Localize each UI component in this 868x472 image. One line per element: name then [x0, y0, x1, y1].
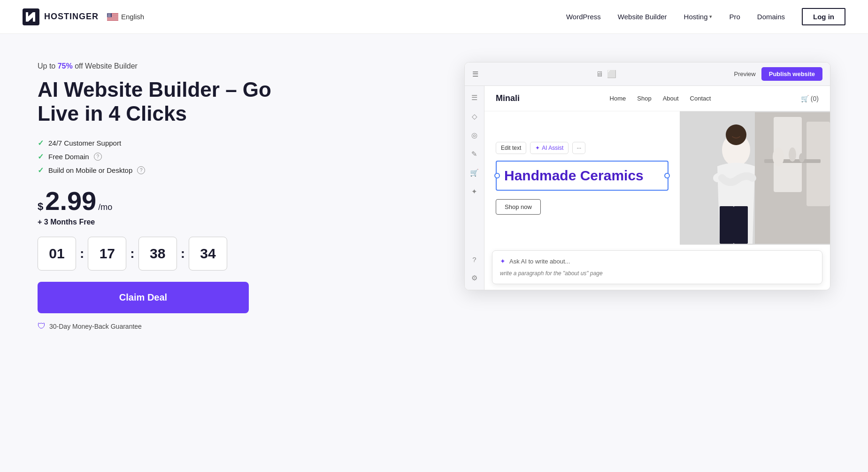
svg-rect-42	[720, 206, 734, 244]
ai-panel-input[interactable]	[500, 270, 814, 277]
sidebar-help-icon[interactable]: ?	[469, 254, 480, 264]
countdown-cs: 34	[189, 237, 227, 271]
sidebar-spark-icon[interactable]: ✦	[469, 186, 480, 197]
help-icon-mobile[interactable]: ?	[137, 166, 145, 174]
site-nav: Minali Home Shop About Contact 🛒 (0)	[484, 86, 830, 111]
topbar-left: ☰	[472, 70, 478, 78]
nav-links: WordPress Website Builder Hosting ▾ Pro …	[566, 8, 845, 25]
shop-now-button[interactable]: Shop now	[496, 199, 541, 215]
feature-domain: ✓ Free Domain ?	[38, 152, 282, 161]
svg-point-21	[109, 15, 110, 15]
svg-point-26	[110, 15, 110, 16]
svg-point-24	[108, 15, 109, 16]
svg-point-11	[109, 13, 109, 14]
sidebar-circle-icon[interactable]: ◎	[469, 130, 480, 140]
svg-point-13	[110, 13, 111, 14]
ai-assist-button[interactable]: ✦ AI Assist	[530, 142, 568, 154]
svg-rect-6	[107, 18, 118, 19]
sidebar-edit-icon[interactable]: ✎	[469, 149, 480, 159]
countdown-sep-1: :	[80, 247, 84, 260]
sidebar-gear-icon[interactable]: ⚙	[469, 273, 480, 283]
guarantee-text: 30-Day Money-Back Guarantee	[49, 323, 142, 330]
nav-website-builder[interactable]: Website Builder	[618, 13, 667, 21]
site-hero-title: Handmade Ceramics	[504, 167, 660, 184]
countdown-timer: 01 : 17 : 38 : 34	[38, 237, 282, 271]
publish-button[interactable]: Publish website	[761, 67, 822, 81]
ai-spark-inline: ✦	[535, 145, 540, 151]
hamburger-icon[interactable]: ☰	[472, 70, 478, 78]
logo-text: HOSTINGER	[44, 12, 99, 22]
price-free: + 3 Months Free	[38, 218, 282, 226]
hero-text-selected[interactable]: Handmade Ceramics	[496, 161, 668, 191]
svg-point-25	[109, 15, 110, 16]
site-logo: Minali	[496, 93, 520, 103]
site-nav-links: Home Shop About Contact	[610, 95, 711, 102]
hero-right: ☰ 🖥 ⬜ Preview Publish website ☰ ◇ ◎	[464, 62, 830, 290]
sidebar-cart-icon[interactable]: 🛒	[469, 168, 480, 178]
svg-point-30	[109, 16, 110, 16]
svg-rect-7	[107, 19, 118, 20]
countdown-sep-2: :	[130, 247, 134, 260]
countdown-seconds: 38	[138, 237, 177, 271]
site-nav-about[interactable]: About	[663, 95, 679, 102]
guarantee: 🛡 30-Day Money-Back Guarantee	[38, 322, 282, 331]
monitor-icon[interactable]: 🖥	[596, 70, 603, 78]
topbar-center: 🖥 ⬜	[596, 70, 616, 78]
svg-point-16	[109, 14, 110, 15]
svg-point-31	[110, 16, 111, 16]
sidebar-menu-icon[interactable]: ☰	[469, 93, 480, 103]
ai-panel-header: ✦ Ask AI to write about...	[500, 257, 814, 265]
more-options-button[interactable]: ···	[572, 142, 585, 154]
site-hero-image	[680, 111, 830, 245]
topbar-right: Preview Publish website	[734, 67, 823, 81]
check-icon-3: ✓	[38, 166, 44, 175]
price-dollar: $	[38, 201, 43, 213]
site-hero: Edit text ✦ AI Assist ··· Handmade Ceram…	[484, 111, 830, 245]
ai-panel-spark-icon: ✦	[500, 257, 506, 265]
svg-rect-35	[807, 122, 830, 206]
hero-title: AI Website Builder – Go Live in 4 Clicks	[38, 78, 282, 125]
claim-deal-button[interactable]: Claim Deal	[38, 282, 249, 313]
svg-point-15	[108, 14, 109, 15]
language-selector[interactable]: English	[107, 13, 144, 21]
nav-wordpress[interactable]: WordPress	[566, 13, 601, 21]
svg-point-37	[773, 147, 784, 166]
svg-point-41	[726, 124, 746, 145]
ai-panel-title: Ask AI to write about...	[509, 258, 570, 265]
price-main: 2.99	[45, 188, 96, 214]
features-list: ✓ 24/7 Customer Support ✓ Free Domain ? …	[38, 139, 282, 175]
tablet-icon[interactable]: ⬜	[607, 70, 616, 78]
svg-point-9	[108, 13, 108, 14]
price-block: $ 2.99 /mo	[38, 188, 282, 214]
site-nav-contact[interactable]: Contact	[690, 95, 711, 102]
svg-point-20	[109, 15, 109, 15]
svg-point-19	[108, 15, 108, 15]
edit-text-button[interactable]: Edit text	[496, 142, 526, 154]
hero-section: Up to 75% off Website Builder AI Website…	[0, 34, 868, 350]
hosting-chevron: ▾	[709, 14, 712, 20]
edit-toolbar: Edit text ✦ AI Assist ···	[496, 142, 668, 154]
help-icon-domain[interactable]: ?	[94, 153, 102, 161]
svg-point-29	[109, 16, 109, 16]
svg-point-39	[799, 153, 805, 162]
svg-rect-5	[107, 17, 118, 17]
nav-pro[interactable]: Pro	[729, 13, 740, 21]
site-nav-shop[interactable]: Shop	[637, 95, 651, 102]
builder-topbar: ☰ 🖥 ⬜ Preview Publish website	[465, 62, 830, 86]
site-nav-home[interactable]: Home	[610, 95, 626, 102]
svg-point-14	[108, 14, 108, 15]
nav-hosting[interactable]: Hosting ▾	[684, 13, 713, 21]
builder-window: ☰ 🖥 ⬜ Preview Publish website ☰ ◇ ◎	[464, 62, 830, 290]
check-icon-2: ✓	[38, 152, 44, 161]
svg-point-18	[108, 15, 108, 15]
sidebar-diamond-icon[interactable]: ◇	[469, 111, 480, 122]
login-button[interactable]: Log in	[802, 8, 845, 25]
logo[interactable]: HOSTINGER	[23, 8, 99, 25]
feature-mobile: ✓ Build on Mobile or Desktop ?	[38, 166, 282, 175]
cart-count: 🛒 (0)	[801, 95, 819, 102]
nav-domains[interactable]: Domains	[757, 13, 785, 21]
builder-sidebar: ☰ ◇ ◎ ✎ 🛒 ✦ ? ⚙	[465, 86, 484, 290]
preview-button[interactable]: Preview	[734, 70, 756, 77]
svg-point-23	[108, 15, 108, 16]
svg-point-17	[110, 14, 110, 15]
